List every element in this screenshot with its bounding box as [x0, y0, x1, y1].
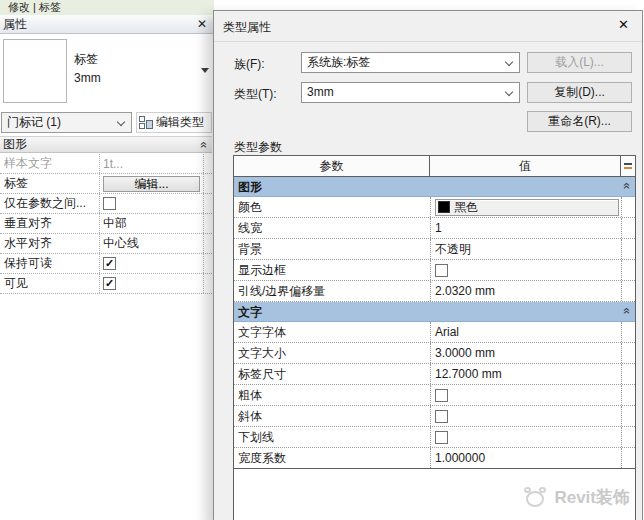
parameter-value-cell[interactable]: [430, 406, 621, 426]
parameter-value[interactable]: 1: [435, 221, 442, 235]
parameter-name: 下划线: [234, 427, 430, 447]
table-row: 标签尺寸12.7000 mm: [234, 364, 635, 385]
parameter-value-cell[interactable]: [430, 260, 621, 280]
equals-icon: [624, 163, 632, 169]
parameter-value-cell[interactable]: Arial: [430, 322, 621, 342]
parameter-value[interactable]: 12.7000 mm: [435, 367, 502, 381]
parameter-name: 背景: [234, 239, 430, 259]
color-swatch: [438, 201, 450, 213]
parameter-value-cell[interactable]: [430, 385, 621, 405]
color-value-button[interactable]: 黑色: [435, 199, 619, 216]
parameter-name: 保持可读: [0, 255, 99, 272]
parameter-value[interactable]: 中部: [103, 215, 127, 232]
parameter-name: 水平对齐: [0, 235, 99, 252]
table-row: 斜体: [234, 406, 635, 427]
parameter-value-cell[interactable]: ✓: [99, 254, 203, 273]
instance-filter-value: 门标记 (1): [7, 115, 61, 129]
parameter-name: 标签: [0, 175, 99, 192]
parameter-value[interactable]: 不透明: [435, 241, 471, 258]
type-label: 类型(T):: [234, 86, 277, 103]
properties-palette-header: 属性 ✕: [0, 15, 213, 34]
parameter-value-cell[interactable]: [99, 194, 203, 213]
parameter-name: 显示边框: [234, 260, 430, 280]
parameter-value-cell[interactable]: 编辑...: [99, 174, 203, 193]
parameter-value-cell[interactable]: ✓: [99, 274, 203, 293]
family-label: 族(F):: [234, 56, 265, 73]
revit-app-window: 修改 | 标签 属性 ✕ 标签 3mm 门标记 (1) 编辑类型 图形 » 样本…: [0, 0, 644, 520]
chevron-down-icon: [505, 58, 513, 66]
ribbon-context-tab[interactable]: 修改 | 标签: [0, 0, 214, 15]
type-selector-type: 3mm: [74, 69, 101, 88]
associate-cell: [621, 218, 635, 238]
checkbox[interactable]: [435, 410, 448, 423]
parameter-value-cell[interactable]: 中部: [99, 214, 203, 233]
parameter-name: 引线/边界偏移量: [234, 281, 430, 301]
property-row: 水平对齐中心线: [0, 234, 212, 254]
associate-cell: [621, 448, 635, 468]
parameter-value-cell[interactable]: 黑色: [430, 197, 621, 217]
parameter-name: 文字字体: [234, 322, 430, 342]
parameter-value[interactable]: 2.0320 mm: [435, 284, 495, 298]
checkbox[interactable]: [435, 389, 448, 402]
parameter-group-header[interactable]: 图形»: [234, 177, 635, 197]
associate-cell: [203, 194, 212, 213]
dialog-close-icon[interactable]: ✕: [618, 17, 629, 32]
table-row: 文字大小3.0000 mm: [234, 343, 635, 364]
checkbox-checked[interactable]: ✓: [103, 257, 116, 270]
collapse-chevron-icon[interactable]: »: [622, 183, 632, 190]
selection-row: 门标记 (1) 编辑类型: [0, 111, 213, 134]
instance-filter-combobox[interactable]: 门标记 (1): [1, 112, 132, 133]
checkbox-checked[interactable]: ✓: [103, 277, 116, 290]
property-row: 保持可读✓: [0, 254, 212, 274]
type-properties-dialog: 类型属性 ✕ 族(F): 系统族:标签 载入(L)... 类型(T): 3mm …: [213, 10, 643, 520]
edit-label-button[interactable]: 编辑...: [103, 176, 200, 192]
associate-cell: [621, 343, 635, 363]
family-combobox[interactable]: 系统族:标签: [301, 52, 520, 73]
watermark-text: Revit装饰: [554, 486, 630, 509]
checkbox[interactable]: [435, 431, 448, 444]
palette-group-header-graphics[interactable]: 图形 »: [0, 136, 212, 153]
parameter-value-cell[interactable]: 12.7000 mm: [430, 364, 621, 384]
parameter-name: 线宽: [234, 218, 430, 238]
table-row: 引线/边界偏移量2.0320 mm: [234, 281, 635, 302]
parameter-value[interactable]: 1.000000: [435, 451, 485, 465]
properties-palette-title: 属性: [3, 15, 27, 33]
parameter-value-cell[interactable]: [430, 427, 621, 447]
checkbox[interactable]: [103, 197, 116, 210]
parameter-value-cell[interactable]: 1t...: [99, 154, 203, 173]
rename-button[interactable]: 重命名(R)...: [527, 111, 632, 132]
chevron-down-icon: [505, 88, 513, 96]
type-selector-family: 标签: [74, 50, 101, 69]
table-row: 颜色黑色: [234, 197, 635, 218]
parameter-value-cell[interactable]: 2.0320 mm: [430, 281, 621, 301]
parameter-value-cell[interactable]: 1.000000: [430, 448, 621, 468]
table-header-row: 参数 值: [234, 156, 635, 177]
parameter-name: 粗体: [234, 385, 430, 405]
type-selector-dropdown-icon[interactable]: [201, 68, 209, 73]
edit-type-button[interactable]: 编辑类型: [136, 112, 212, 133]
table-body: 图形»颜色黑色线宽1背景不透明显示边框引线/边界偏移量2.0320 mm文字»文…: [234, 177, 635, 469]
type-parameters-caption: 类型参数: [234, 139, 282, 156]
parameter-value-cell[interactable]: 1: [430, 218, 621, 238]
properties-close-icon[interactable]: ✕: [197, 15, 207, 33]
type-combobox[interactable]: 3mm: [301, 82, 520, 103]
parameter-value-cell[interactable]: 3.0000 mm: [430, 343, 621, 363]
parameter-value-cell[interactable]: 不透明: [430, 239, 621, 259]
collapse-chevron-icon[interactable]: »: [199, 142, 209, 149]
collapse-chevron-icon[interactable]: »: [622, 308, 632, 315]
parameter-group-header[interactable]: 文字»: [234, 302, 635, 322]
parameter-value[interactable]: 3.0000 mm: [435, 346, 495, 360]
type-selector[interactable]: 标签 3mm: [0, 35, 213, 111]
type-value: 3mm: [307, 85, 334, 99]
associate-cell: [621, 427, 635, 447]
property-row: 样本文字1t...: [0, 154, 212, 174]
parameter-value[interactable]: 中心线: [103, 235, 139, 252]
family-value: 系统族:标签: [307, 55, 370, 69]
parameter-name: 垂直对齐: [0, 215, 99, 232]
load-button[interactable]: 载入(L)...: [527, 52, 632, 73]
duplicate-button[interactable]: 复制(D)...: [527, 82, 632, 103]
associate-cell: [203, 174, 212, 193]
checkbox[interactable]: [435, 264, 448, 277]
parameter-value[interactable]: Arial: [435, 325, 459, 339]
parameter-value-cell[interactable]: 中心线: [99, 234, 203, 253]
